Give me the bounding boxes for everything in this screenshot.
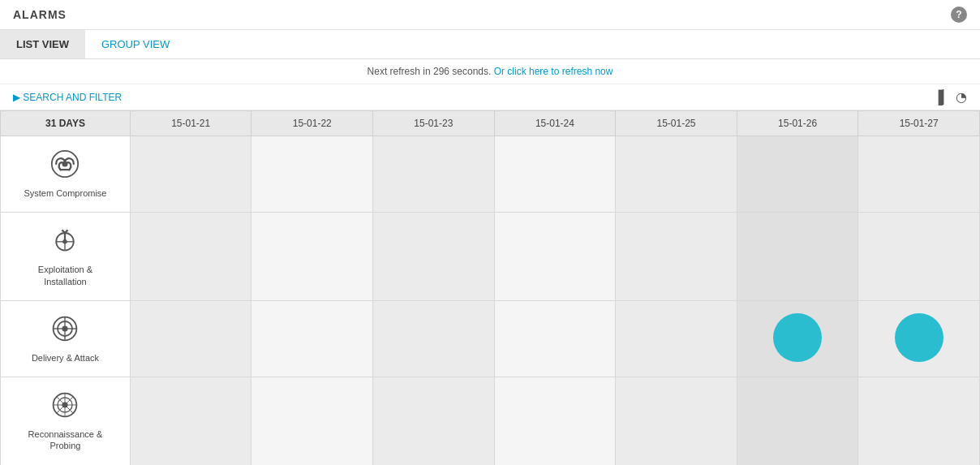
cell-reconnaissance-probing-15-01-22[interactable] — [251, 377, 373, 465]
cell-delivery-attack-15-01-25[interactable] — [616, 300, 737, 377]
cell-system-compromise-15-01-21[interactable] — [130, 136, 251, 213]
refresh-link[interactable]: Or click here to refresh now — [494, 66, 613, 77]
alarm-table: 31 DAYS 15-01-21 15-01-22 15-01-23 15-01… — [0, 110, 980, 465]
help-icon[interactable]: ? — [951, 6, 967, 23]
table-row: Delivery & Attack — [1, 300, 980, 377]
cell-system-compromise-15-01-22[interactable] — [251, 136, 373, 213]
cell-system-compromise-15-01-24[interactable] — [494, 136, 616, 213]
table-row: Reconnaissance &Probing — [1, 377, 980, 465]
tab-list-view[interactable]: LIST VIEW — [0, 30, 85, 58]
col-header-6: 15-01-27 — [858, 111, 980, 136]
cell-reconnaissance-probing-15-01-24[interactable] — [494, 377, 616, 465]
bubble-delivery-attack-15-01-26[interactable] — [773, 313, 822, 362]
tab-group-view[interactable]: GROUP VIEW — [85, 30, 186, 58]
row-text-exploitation-installation: Exploitation &Installation — [38, 264, 92, 287]
radar-icon — [50, 390, 80, 425]
cell-reconnaissance-probing-15-01-23[interactable] — [373, 377, 495, 465]
cell-delivery-attack-15-01-23[interactable] — [373, 300, 495, 377]
col-header-1: 15-01-22 — [251, 111, 373, 136]
cell-system-compromise-15-01-26[interactable] — [737, 136, 858, 213]
cell-reconnaissance-probing-15-01-26[interactable] — [737, 377, 858, 465]
cell-delivery-attack-15-01-22[interactable] — [251, 300, 373, 377]
row-text-system-compromise: System Compromise — [24, 187, 106, 199]
col-header-0: 15-01-21 — [130, 111, 251, 136]
row-text-reconnaissance-probing: Reconnaissance &Probing — [28, 428, 103, 452]
col-header-4: 15-01-25 — [616, 111, 737, 136]
cell-exploitation-installation-15-01-25[interactable] — [616, 213, 737, 301]
cell-system-compromise-15-01-23[interactable] — [373, 136, 495, 213]
cell-delivery-attack-15-01-27[interactable] — [858, 300, 980, 377]
bubble-delivery-attack-15-01-27[interactable] — [895, 313, 943, 362]
cell-exploitation-installation-15-01-22[interactable] — [251, 213, 373, 301]
app-header: ALARMS ? — [0, 0, 980, 30]
cell-system-compromise-15-01-25[interactable] — [616, 136, 737, 213]
row-label-exploitation-installation[interactable]: Exploitation &Installation — [1, 213, 131, 301]
cell-reconnaissance-probing-15-01-25[interactable] — [616, 377, 737, 465]
cell-exploitation-installation-15-01-21[interactable] — [130, 213, 251, 301]
cell-delivery-attack-15-01-21[interactable] — [130, 300, 251, 377]
bar-chart-icon[interactable]: ▐▏ — [934, 89, 952, 105]
col-header-2: 15-01-23 — [373, 111, 495, 136]
table-row: System Compromise — [1, 136, 980, 213]
refresh-message: Next refresh in 296 seconds. — [368, 66, 492, 77]
row-label-delivery-attack[interactable]: Delivery & Attack — [1, 300, 131, 377]
biohazard-icon — [50, 149, 80, 184]
col-header-3: 15-01-24 — [494, 111, 616, 136]
cell-delivery-attack-15-01-26[interactable] — [737, 300, 858, 377]
cell-exploitation-installation-15-01-26[interactable] — [737, 213, 858, 301]
search-filter-toggle[interactable]: ▶ SEARCH AND FILTER — [13, 92, 122, 103]
cell-exploitation-installation-15-01-23[interactable] — [373, 213, 495, 301]
cell-reconnaissance-probing-15-01-21[interactable] — [130, 377, 251, 465]
period-header: 31 DAYS — [1, 111, 131, 136]
row-label-reconnaissance-probing[interactable]: Reconnaissance &Probing — [1, 377, 131, 465]
cell-exploitation-installation-15-01-24[interactable] — [494, 213, 616, 301]
cell-reconnaissance-probing-15-01-27[interactable] — [858, 377, 980, 465]
chart-view-icons: ▐▏ ◔ — [934, 89, 967, 105]
cell-delivery-attack-15-01-24[interactable] — [494, 300, 616, 377]
page-title: ALARMS — [13, 8, 67, 21]
filter-bar: ▶ SEARCH AND FILTER ▐▏ ◔ — [0, 84, 980, 110]
row-text-delivery-attack: Delivery & Attack — [32, 352, 99, 364]
pie-chart-icon[interactable]: ◔ — [956, 89, 967, 105]
target-icon — [50, 314, 80, 349]
table-row: Exploitation &Installation — [1, 213, 980, 301]
tab-bar: LIST VIEW GROUP VIEW — [0, 30, 980, 59]
cell-exploitation-installation-15-01-27[interactable] — [858, 213, 980, 301]
svg-line-5 — [65, 230, 68, 234]
refresh-bar: Next refresh in 296 seconds. Or click he… — [0, 59, 980, 84]
col-header-5: 15-01-26 — [737, 111, 858, 136]
row-label-system-compromise[interactable]: System Compromise — [1, 136, 131, 213]
alarm-grid: 31 DAYS 15-01-21 15-01-22 15-01-23 15-01… — [0, 110, 980, 465]
exploitation-icon — [50, 226, 80, 260]
cell-system-compromise-15-01-27[interactable] — [858, 136, 980, 213]
